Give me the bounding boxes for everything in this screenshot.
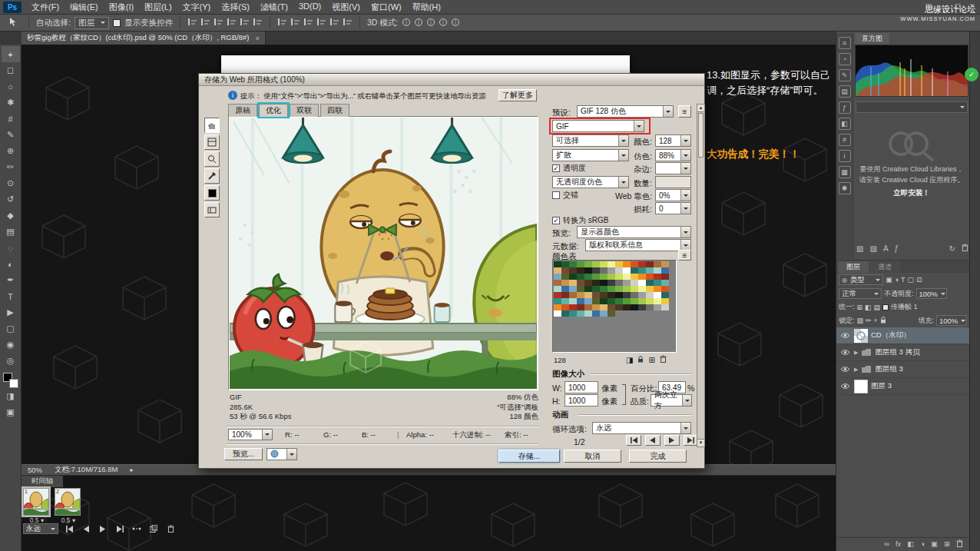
palette-dropdown[interactable]: 可选择 — [552, 134, 629, 147]
color-swatch[interactable] — [554, 267, 561, 274]
color-swatch[interactable] — [561, 286, 569, 292]
optimized-preview[interactable] — [228, 116, 538, 390]
color-swatch[interactable] — [554, 261, 561, 267]
color-swatch[interactable] — [638, 280, 646, 286]
menu-item[interactable]: 视图(V) — [326, 0, 366, 15]
delete-layer-icon[interactable] — [956, 539, 963, 549]
filter-type-icon[interactable]: T — [901, 276, 906, 284]
color-swatch[interactable] — [623, 304, 631, 310]
masks-panel-icon[interactable]: ◧ — [839, 118, 851, 130]
distribute-left-icon[interactable] — [316, 18, 326, 28]
color-swatch[interactable] — [646, 304, 654, 310]
new-group-icon[interactable]: ▣ — [931, 539, 938, 548]
zoom-tool[interactable] — [204, 151, 220, 167]
tab-通道[interactable]: 通道 — [869, 261, 900, 273]
color-swatch[interactable] — [631, 292, 638, 298]
color-swatch[interactable] — [623, 298, 631, 304]
color-swatch[interactable] — [615, 280, 623, 286]
align-left-icon[interactable] — [227, 18, 237, 28]
tab-双联[interactable]: 双联 — [290, 104, 319, 117]
settings-menu-icon[interactable]: ≡ — [678, 105, 691, 118]
color-swatch[interactable] — [646, 261, 654, 267]
histogram-panel-icon[interactable]: ◔ — [839, 53, 851, 65]
color-swatch[interactable] — [561, 304, 569, 310]
color-swatch[interactable] — [592, 280, 600, 286]
3d-rotate-icon[interactable] — [402, 18, 411, 28]
layer-mask-icon[interactable]: ◧ — [907, 539, 914, 548]
color-swatch[interactable] — [600, 261, 608, 267]
color-swatch[interactable] — [615, 267, 623, 274]
color-swatch[interactable] — [592, 267, 600, 274]
color-swatch[interactable] — [584, 274, 592, 280]
color-swatch[interactable] — [631, 304, 638, 310]
next-frame-button[interactable] — [114, 524, 126, 534]
height-input[interactable]: 1000 — [564, 394, 598, 407]
color-swatch[interactable] — [569, 280, 577, 286]
color-swatch[interactable] — [569, 274, 577, 280]
transparency-checkbox-row[interactable]: ✓ 透明度 — [552, 163, 586, 174]
preset-dropdown[interactable]: GIF 128 仿色 — [577, 105, 674, 118]
color-swatch[interactable] — [654, 298, 661, 304]
layer-row[interactable]: CD（水印） — [836, 327, 969, 344]
color-swatch[interactable] — [561, 310, 569, 317]
color-swatch[interactable] — [584, 261, 592, 267]
unify-style-icon[interactable]: ▤ — [874, 304, 881, 311]
info-panel-icon[interactable]: i — [839, 150, 851, 162]
color-swatch[interactable] — [638, 274, 646, 280]
tab-优化[interactable]: 优化 — [259, 104, 288, 117]
color-swatch[interactable] — [569, 286, 577, 292]
color-swatch[interactable] — [600, 310, 608, 317]
metadata-dropdown[interactable]: 版权和联系信息 — [585, 239, 691, 251]
color-swatch[interactable] — [554, 310, 561, 317]
cc-sync-badge[interactable]: ✓ — [965, 68, 978, 81]
slice-select-tool[interactable] — [204, 134, 220, 150]
lasso-tool[interactable]: ○ — [2, 78, 20, 95]
color-swatch[interactable] — [561, 298, 569, 304]
install-now-link[interactable]: 立即安装！ — [855, 188, 968, 198]
new-layer-icon[interactable]: ⊞ — [944, 539, 950, 548]
marquee-tool[interactable]: ◻ — [2, 62, 20, 78]
sync-icon[interactable]: ↻ — [949, 244, 955, 253]
color-swatch[interactable] — [584, 267, 592, 274]
color-swatch[interactable] — [569, 261, 577, 267]
minimize-button[interactable]: — — [937, 1, 949, 11]
first-frame-button[interactable] — [63, 524, 75, 534]
color-swatch[interactable] — [615, 286, 623, 292]
color-swatch[interactable] — [584, 304, 592, 310]
crop-tool[interactable]: # — [2, 111, 20, 127]
shape-tool[interactable]: ▢ — [2, 320, 20, 337]
tween-icon[interactable] — [131, 524, 143, 534]
color-swatch[interactable] — [600, 292, 608, 298]
opacity-dropdown[interactable]: 100% — [916, 288, 947, 299]
grid-panel-icon[interactable]: # — [839, 134, 851, 146]
color-swatch[interactable] — [646, 292, 654, 298]
layer-style-icon[interactable]: ƒ — [895, 244, 899, 253]
trash-icon[interactable] — [962, 244, 968, 253]
align-top-icon[interactable] — [187, 18, 197, 28]
distribute-hcenter-icon[interactable] — [329, 18, 339, 28]
unify-position-icon[interactable]: ⊞ — [857, 304, 863, 311]
color-swatch[interactable] — [631, 267, 638, 274]
color-swatch[interactable] — [608, 298, 615, 304]
color-swatch[interactable] — [584, 280, 592, 286]
color-swatch[interactable] — [577, 286, 584, 292]
color-swatch[interactable] — [577, 280, 584, 286]
learn-more-button[interactable]: 了解更多 — [498, 89, 537, 101]
settings-scrollbar[interactable]: ▲ ▼ — [697, 104, 705, 447]
width-input[interactable]: 1000 — [564, 381, 598, 393]
next-frame-button[interactable] — [664, 435, 680, 446]
color-swatch[interactable] — [577, 292, 584, 298]
styles-panel-icon[interactable]: ▤ — [839, 85, 851, 98]
color-swatch[interactable] — [592, 298, 600, 304]
lock-transparent-icon[interactable]: ▨ — [857, 317, 864, 324]
layer-style-icon[interactable]: fx — [896, 539, 901, 548]
first-frame-button[interactable] — [626, 435, 641, 446]
menu-item[interactable]: 编辑(E) — [65, 0, 104, 15]
color-swatch[interactable] — [638, 286, 646, 292]
adjustments-panel-icon[interactable]: ✱ — [839, 182, 851, 194]
filter-shape-icon[interactable]: ▢ — [907, 276, 914, 284]
screen-mode-icon[interactable]: ▣ — [2, 404, 20, 420]
zoom-tool[interactable]: ◎ — [2, 353, 20, 369]
color-table-menu-icon[interactable]: ≡ — [678, 250, 691, 261]
loop-select[interactable]: 永远 — [23, 523, 58, 534]
